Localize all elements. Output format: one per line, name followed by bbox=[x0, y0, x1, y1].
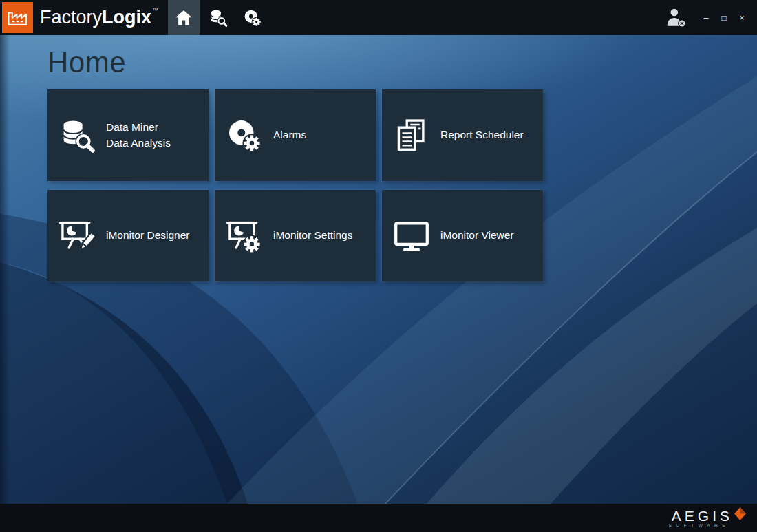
monitor-icon bbox=[393, 217, 430, 255]
main-nav bbox=[168, 0, 268, 35]
brand-trademark: ™ bbox=[152, 7, 158, 14]
tile-label: iMonitor Settings bbox=[273, 228, 352, 243]
brand-primary: Factory bbox=[40, 7, 102, 28]
report-pages-icon bbox=[393, 117, 430, 154]
close-button[interactable]: × bbox=[735, 11, 749, 25]
nav-data-miner-button[interactable] bbox=[202, 0, 234, 35]
tile-alarms[interactable]: Alarms bbox=[215, 89, 376, 181]
tile-imonitor-designer[interactable]: iMonitor Designer bbox=[47, 190, 209, 281]
wallpaper: Home Data Miner Data Analysis bbox=[0, 35, 757, 504]
minimize-button[interactable]: – bbox=[699, 11, 713, 25]
tile-label: iMonitor Designer bbox=[106, 228, 189, 243]
nav-home-button[interactable] bbox=[168, 0, 200, 35]
brand-title: FactoryLogix™ bbox=[40, 7, 158, 28]
page-title: Home bbox=[47, 46, 757, 79]
tile-label: Alarms bbox=[273, 127, 306, 142]
brand-secondary: Logix bbox=[102, 7, 151, 28]
tile-label: Data Miner Data Analysis bbox=[106, 120, 171, 151]
tile-imonitor-settings[interactable]: iMonitor Settings bbox=[215, 190, 376, 281]
tile-grid: Data Miner Data Analysis bbox=[47, 89, 757, 281]
database-search-icon bbox=[58, 117, 96, 154]
topbar: FactoryLogix™ bbox=[0, 0, 757, 35]
easel-gear-icon bbox=[226, 217, 263, 255]
disc-gear-icon bbox=[226, 117, 263, 154]
user-logout-button[interactable] bbox=[665, 6, 688, 30]
maximize-button[interactable]: □ bbox=[717, 11, 731, 25]
aegis-logo-row: AEGIS bbox=[672, 508, 746, 524]
factory-logo-icon bbox=[6, 6, 30, 30]
aegis-diamond-icon bbox=[734, 507, 746, 520]
aegis-logo: AEGIS SOFTWARE bbox=[668, 508, 746, 528]
footer-bar: AEGIS SOFTWARE bbox=[0, 504, 757, 532]
aegis-brand-text: AEGIS bbox=[672, 508, 733, 524]
app-logo bbox=[2, 2, 33, 33]
tile-label: iMonitor Viewer bbox=[440, 228, 514, 243]
home-icon bbox=[174, 8, 193, 28]
aegis-subtitle-text: SOFTWARE bbox=[668, 523, 729, 528]
nav-settings-button[interactable] bbox=[237, 0, 268, 35]
tile-imonitor-viewer[interactable]: iMonitor Viewer bbox=[382, 190, 543, 281]
user-logout-icon bbox=[665, 6, 688, 30]
tile-data-miner[interactable]: Data Miner Data Analysis bbox=[47, 89, 209, 181]
easel-pencil-icon bbox=[58, 217, 96, 255]
tile-report-scheduler[interactable]: Report Scheduler bbox=[382, 89, 543, 181]
disc-gear-icon bbox=[243, 8, 262, 28]
window-controls: – □ × bbox=[699, 11, 749, 25]
application-window: FactoryLogix™ bbox=[0, 0, 757, 532]
database-search-icon bbox=[209, 8, 228, 28]
tile-label: Report Scheduler bbox=[440, 127, 524, 142]
